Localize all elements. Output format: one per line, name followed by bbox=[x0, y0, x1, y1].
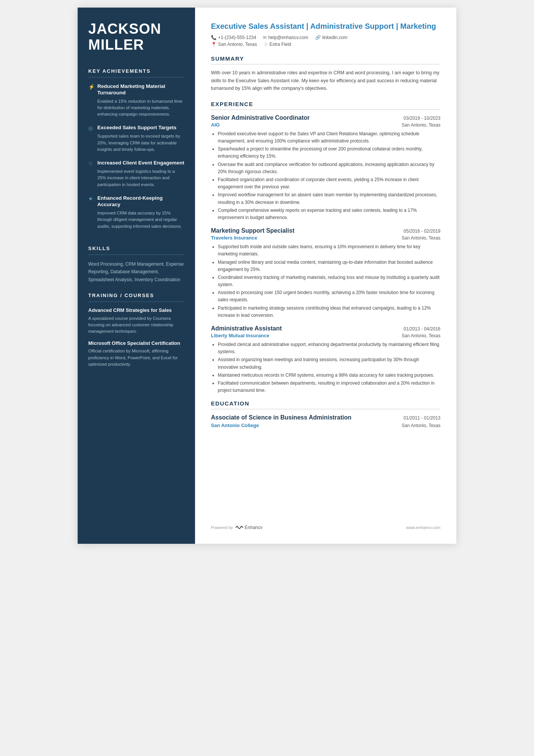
achievement-item: ⚡ Reduced Marketing Material Turnaround … bbox=[88, 83, 184, 118]
job-bullet: Oversaw the audit and compliance verific… bbox=[218, 161, 440, 175]
email-icon: ✉ bbox=[263, 35, 267, 40]
job-title: Executive Sales Assistant | Administrati… bbox=[211, 21, 440, 31]
skills-title: SKILLS bbox=[88, 246, 184, 251]
achievement-item: ★ Enhanced Record-Keeping Accuracy Impro… bbox=[88, 195, 184, 230]
job-bullet: Spearheaded a project to streamline the … bbox=[218, 146, 440, 160]
achievements-section: KEY ACHIEVEMENTS ⚡ Reduced Marketing Mat… bbox=[88, 68, 184, 236]
bolt-icon: ⚡ bbox=[88, 84, 94, 90]
email-address: help@enhancv.com bbox=[268, 35, 308, 40]
linkedin-icon: 🔗 bbox=[315, 35, 321, 40]
edu-degree: Associate of Science in Business Adminis… bbox=[211, 414, 351, 422]
achievement-desc: Enabled a 15% reduction in turnaround ti… bbox=[88, 98, 184, 118]
resume-container: JACKSON MILLER KEY ACHIEVEMENTS ⚡ Reduce… bbox=[78, 8, 456, 544]
education-entry: Associate of Science in Business Adminis… bbox=[211, 414, 440, 422]
achievement-title: Enhanced Record-Keeping Accuracy bbox=[97, 195, 184, 208]
job-location: San Antonio, Texas bbox=[401, 235, 440, 241]
extra-field: Extra Field bbox=[270, 42, 291, 47]
achievement-desc: Supported sales team to exceed targets b… bbox=[88, 133, 184, 153]
footer-left: Powered by Enhancv bbox=[211, 525, 262, 530]
job-entry: Marketing Support Specialist 05/2016 - 0… bbox=[211, 227, 440, 319]
training-item: Microsoft Office Specialist Certificatio… bbox=[88, 340, 184, 368]
extra-icon: ☆ bbox=[264, 42, 268, 47]
education-section-title: EDUCATION bbox=[211, 400, 440, 407]
sidebar: JACKSON MILLER KEY ACHIEVEMENTS ⚡ Reduce… bbox=[78, 8, 195, 544]
skills-section: SKILLS Word Processing, CRM Management, … bbox=[88, 246, 184, 283]
location-contact: 📍 San Antonio, Texas bbox=[211, 42, 257, 47]
job-dates: 05/2016 - 02/2019 bbox=[404, 229, 440, 234]
job-company: Liberty Mutual Insurance bbox=[211, 333, 269, 338]
linkedin-url: linkedin.com bbox=[322, 35, 348, 40]
footer-website: www.enhancv.com bbox=[406, 525, 440, 530]
training-section: TRAINING / COURSES Advanced CRM Strategi… bbox=[88, 293, 184, 373]
training-course-title: Advanced CRM Strategies for Sales bbox=[88, 307, 184, 314]
enhancv-brand: Enhancv bbox=[245, 525, 262, 530]
job-position-title: Administrative Assistant bbox=[211, 325, 282, 332]
training-course-desc: A specialized course provided by Courser… bbox=[88, 315, 184, 335]
edu-school: San Antonio College bbox=[211, 423, 259, 428]
job-bullet: Provided executive-level support to the … bbox=[218, 130, 440, 145]
job-entry: Senior Administrative Coordinator 03/201… bbox=[211, 114, 440, 221]
enhancv-logo: Enhancv bbox=[235, 525, 262, 530]
job-position-title: Senior Administrative Coordinator bbox=[211, 114, 310, 121]
achievement-item: ☆ Increased Client Event Engagement Impl… bbox=[88, 160, 184, 188]
job-bullet: Improved workflow management for an abse… bbox=[218, 191, 440, 206]
contact-row: 📞 +1-(234)-555-1234 ✉ help@enhancv.com 🔗… bbox=[211, 35, 440, 40]
job-dates: 01/2013 - 04/2016 bbox=[404, 326, 440, 332]
summary-text: With over 10 years in administrative rol… bbox=[211, 69, 440, 92]
powered-by-label: Powered by bbox=[211, 525, 233, 530]
job-location: San Antonio, Texas bbox=[401, 122, 440, 128]
job-bullet: Supported both inside and outside sales … bbox=[218, 243, 440, 258]
job-dates: 03/2019 - 10/2023 bbox=[404, 116, 440, 121]
extra-contact: ☆ Extra Field bbox=[264, 42, 291, 47]
job-location: San Antonio, Texas bbox=[401, 333, 440, 338]
job-bullet: Managed online library and social media … bbox=[218, 259, 440, 273]
job-bullet: Assisted in organizing team meetings and… bbox=[218, 356, 440, 371]
phone-contact: 📞 +1-(234)-555-1234 bbox=[211, 35, 256, 40]
skills-text: Word Processing, CRM Management, Expense… bbox=[88, 260, 184, 283]
training-title: TRAINING / COURSES bbox=[88, 293, 184, 298]
phone-icon: 📞 bbox=[211, 35, 217, 40]
experience-section-title: EXPERIENCE bbox=[211, 101, 440, 107]
job-company: AIG bbox=[211, 122, 220, 128]
achievements-title: KEY ACHIEVEMENTS bbox=[88, 68, 184, 74]
edu-dates: 01/2011 - 01/2013 bbox=[404, 415, 440, 421]
training-course-title: Microsoft Office Specialist Certificatio… bbox=[88, 340, 184, 347]
phone-number: +1-(234)-555-1234 bbox=[218, 35, 256, 40]
job-bullet-list: Provided clerical and administrative sup… bbox=[211, 341, 440, 394]
job-bullet: Compiled comprehensive weekly reports on… bbox=[218, 207, 440, 221]
achievement-desc: Implemented event logistics leading to a… bbox=[88, 168, 184, 188]
job-bullet: Maintained meticulous records in CRM sys… bbox=[218, 372, 440, 379]
linkedin-contact: 🔗 linkedin.com bbox=[315, 35, 348, 40]
job-company: Travelers Insurance bbox=[211, 235, 257, 241]
email-contact: ✉ help@enhancv.com bbox=[263, 35, 308, 40]
training-course-desc: Official certification by Microsoft, aff… bbox=[88, 348, 184, 368]
star-outline-icon: ☆ bbox=[88, 160, 94, 166]
location-text: San Antonio, Texas bbox=[218, 42, 257, 47]
location-icon: 📍 bbox=[211, 42, 217, 47]
job-entry: Administrative Assistant 01/2013 - 04/20… bbox=[211, 325, 440, 394]
job-bullet: Facilitated organization and coordinatio… bbox=[218, 176, 440, 191]
star-filled-icon: ★ bbox=[88, 196, 94, 202]
main-content: Executive Sales Assistant | Administrati… bbox=[195, 8, 456, 544]
achievement-desc: Improved CRM data accuracy by 15% throug… bbox=[88, 210, 184, 230]
job-bullet: Facilitated communication between depart… bbox=[218, 380, 440, 394]
location-row: 📍 San Antonio, Texas ☆ Extra Field bbox=[211, 42, 440, 47]
achievement-title: Exceeded Sales Support Targets bbox=[97, 124, 176, 131]
job-bullet: Participated in marketing strategy sessi… bbox=[218, 305, 440, 319]
job-bullet: Provided clerical and administrative sup… bbox=[218, 341, 440, 355]
target-icon: ◎ bbox=[88, 125, 94, 131]
achievement-title: Increased Client Event Engagement bbox=[97, 160, 184, 166]
job-bullet: Coordinated inventory tracking of market… bbox=[218, 274, 440, 288]
achievement-title: Reduced Marketing Material Turnaround bbox=[97, 83, 184, 96]
candidate-name: JACKSON MILLER bbox=[88, 21, 184, 53]
achievement-item: ◎ Exceeded Sales Support Targets Support… bbox=[88, 124, 184, 153]
job-bullet-list: Provided executive-level support to the … bbox=[211, 130, 440, 221]
achievements-list: ⚡ Reduced Marketing Material Turnaround … bbox=[88, 83, 184, 230]
job-bullet: Assisted in processing over 150 urgent b… bbox=[218, 289, 440, 304]
training-item: Advanced CRM Strategies for Sales A spec… bbox=[88, 307, 184, 335]
job-bullet-list: Supported both inside and outside sales … bbox=[211, 243, 440, 319]
footer: Powered by Enhancv www.enhancv.com bbox=[211, 518, 440, 530]
summary-section-title: SUMMARY bbox=[211, 55, 440, 62]
job-position-title: Marketing Support Specialist bbox=[211, 227, 294, 234]
edu-location: San Antonio, Texas bbox=[401, 423, 440, 428]
